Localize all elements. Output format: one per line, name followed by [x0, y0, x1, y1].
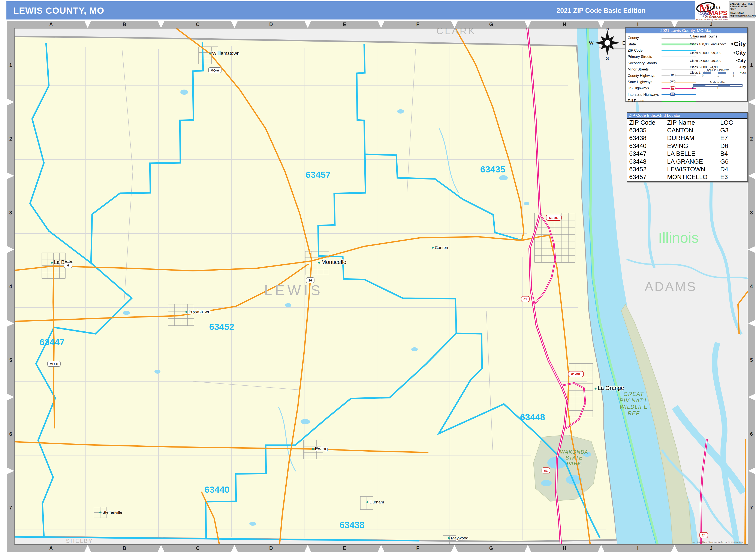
grid-row-label: 4: [9, 284, 12, 289]
grid-col-label: D: [269, 22, 273, 27]
legend-line-swatch: [662, 82, 696, 83]
legend-row-label: County: [628, 36, 662, 40]
index-col-loc: LOC: [720, 119, 746, 126]
grid-col-label: H: [563, 22, 566, 27]
index-name: DURHAM: [667, 135, 720, 142]
index-loc: D4: [720, 166, 746, 173]
area-label: STATE: [565, 455, 583, 461]
index-col-name: ZIP Name: [667, 119, 720, 126]
city-dot-icon: [736, 60, 737, 61]
grid-row-label: 2: [750, 136, 753, 142]
highway-shield-label: MO-O: [50, 362, 58, 366]
legend-row-label: Secondary Streets: [628, 61, 662, 65]
legend-line-swatch: [662, 94, 696, 95]
index-row: 63447 LA BELLE B4: [627, 150, 748, 158]
index-name: MONTICELLO: [667, 174, 720, 181]
highway-shield-label: 61-BR: [549, 216, 558, 219]
county-label: LEWIS: [264, 282, 323, 298]
index-loc: E7: [720, 135, 746, 142]
city-label: Lewistown: [188, 309, 211, 314]
logo-tagline: On Target. On Time.: [705, 15, 728, 18]
zip-label: 63452: [209, 322, 234, 332]
city-sample-text: City: [740, 65, 746, 69]
legend-shield-sample: 123: [670, 80, 675, 83]
city-label: Monticello: [321, 259, 346, 265]
zip-label: 63448: [520, 412, 545, 422]
sandbar: [625, 223, 639, 261]
city-label: Maywood: [451, 536, 468, 540]
legend-line-swatch: [662, 101, 696, 102]
compass-w-label: W: [589, 40, 593, 46]
highway-shield-label: 16: [309, 278, 312, 282]
contact-email-title: EMAIL US AT:: [730, 12, 754, 14]
area-label: PARK: [567, 461, 582, 466]
index-name: LA BELLE: [667, 150, 720, 157]
legend-row: Toll Roads: [628, 98, 709, 104]
grid-col-label: B: [122, 22, 126, 27]
scale-miles: Scale in Miles 0 1 2: [692, 81, 744, 90]
city-dot-icon: [733, 52, 735, 54]
index-header-row: ZIP Code ZIP Name LOC: [627, 119, 748, 126]
contact-call-title: CALL US TOLL FREE!: [730, 3, 754, 5]
city-marker: [318, 262, 320, 264]
grid-row-label: 7: [9, 505, 12, 510]
grid-col-label: J: [710, 546, 713, 551]
compass-s-label: S: [606, 56, 609, 61]
index-zip: 63452: [627, 166, 667, 173]
scale-mi-label: Scale in Miles: [692, 81, 744, 84]
grid-col-label: G: [489, 22, 493, 27]
legend-row-label: Minor Streets: [628, 67, 662, 71]
legend-row-label: US Highways: [628, 86, 662, 90]
city-class-row: Cities 50,000 - 99,999 City: [690, 50, 746, 56]
city-label: Steffenville: [103, 510, 122, 515]
county-label: SHELBY: [66, 538, 93, 544]
index-row: 63448 LA GRANGE G6: [627, 158, 748, 166]
city-marker: [367, 501, 369, 503]
city-sample-text: City: [737, 58, 746, 63]
index-name: CANTON: [667, 127, 720, 134]
grid-row-label: 5: [9, 357, 12, 363]
grid-row-label: 2: [9, 136, 12, 142]
scale-kilometers: Scale in Kilometers 0 1 2: [701, 68, 735, 77]
legend-row-label: State Highways: [628, 80, 662, 84]
city-sample-text: City: [735, 50, 746, 56]
city-marker: [209, 53, 211, 55]
page: CLARKLEWISADAMSSHELBYIllinoisGREATRIV NA…: [0, 0, 756, 557]
legend-title: 2021 Lewis County, MO Map: [626, 28, 747, 33]
highway-shield-label: 61: [544, 469, 548, 472]
zip-label: 63438: [340, 520, 365, 530]
grid-row-label: 1: [9, 62, 12, 68]
highway-shield-label: 61-BR: [571, 372, 581, 376]
legend-shield-sample: 123: [670, 92, 675, 96]
index-loc: G3: [720, 127, 746, 134]
highway-shield-label: 24: [702, 533, 706, 537]
city-label: Ewing: [315, 446, 328, 451]
legend-row-label: ZIP Code: [628, 49, 662, 53]
grid-col-label: C: [196, 546, 200, 551]
grid-col-label: E: [343, 546, 346, 551]
index-loc: D6: [720, 143, 746, 149]
grid-col-label: B: [122, 546, 126, 551]
grid-row-label: 7: [750, 505, 753, 510]
index-loc: G6: [720, 158, 746, 165]
legend-row-label: Toll Roads: [628, 99, 662, 103]
legend-row-label: Primary Streets: [628, 55, 662, 59]
index-panel: ZIP Code Index/Grid Locator ZIP Code ZIP…: [627, 112, 748, 182]
scale-km-label: Scale in Kilometers: [701, 68, 735, 71]
county-label: ADAMS: [645, 280, 697, 294]
city-class-label: Cities 5,000 - 24,999: [690, 65, 719, 69]
grid-col-label: I: [637, 22, 638, 27]
index-zip: 63440: [627, 143, 667, 149]
contact-email: mapsales@MarketMAPS.com: [730, 14, 754, 17]
grid-col-label: A: [49, 546, 53, 551]
index-col-zip: ZIP Code: [627, 119, 667, 126]
index-zip: 63435: [627, 127, 667, 134]
index-rows: 63435 CANTON G3 63438 DURHAM E7 63440 EW…: [627, 126, 748, 181]
contact-phone: 1-888-434-MAPS (6277): [730, 5, 754, 10]
index-zip: 63448: [627, 158, 667, 165]
cities-and-towns-title: Cities and Towns: [690, 34, 746, 38]
index-zip: 63447: [627, 150, 667, 157]
city-class-row: Cities 100,000 and Above City: [690, 40, 746, 48]
index-loc: E3: [720, 174, 746, 181]
zip-label: 63440: [205, 485, 230, 495]
